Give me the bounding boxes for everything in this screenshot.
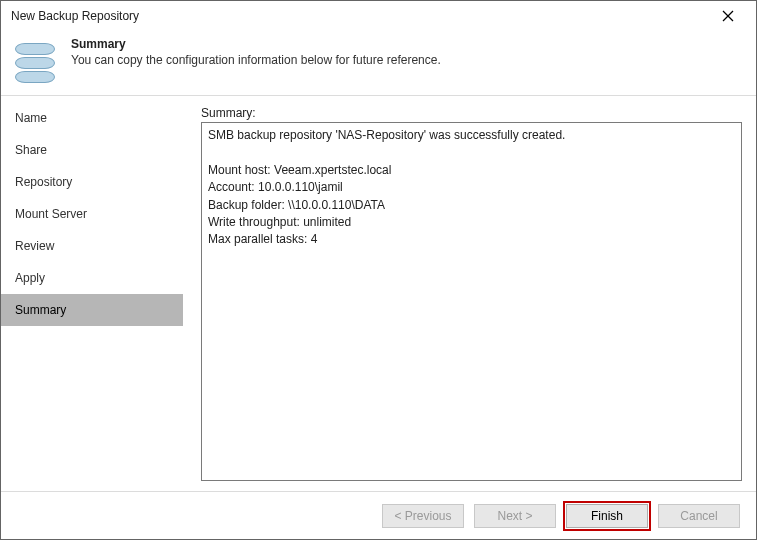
next-button: Next > bbox=[474, 504, 556, 528]
nav-item-mount-server[interactable]: Mount Server bbox=[1, 198, 183, 230]
nav-item-repository[interactable]: Repository bbox=[1, 166, 183, 198]
header-text: Summary You can copy the configuration i… bbox=[71, 37, 441, 67]
nav-item-review[interactable]: Review bbox=[1, 230, 183, 262]
wizard-content: Summary: SMB backup repository 'NAS-Repo… bbox=[183, 96, 756, 491]
titlebar: New Backup Repository bbox=[1, 1, 756, 31]
nav-item-name[interactable]: Name bbox=[1, 102, 183, 134]
wizard-nav: Name Share Repository Mount Server Revie… bbox=[1, 96, 183, 491]
wizard-body: Name Share Repository Mount Server Revie… bbox=[1, 96, 756, 491]
repository-icon bbox=[15, 37, 57, 85]
previous-button: < Previous bbox=[382, 504, 464, 528]
nav-item-apply[interactable]: Apply bbox=[1, 262, 183, 294]
summary-textbox[interactable]: SMB backup repository 'NAS-Repository' w… bbox=[201, 122, 742, 481]
wizard-header: Summary You can copy the configuration i… bbox=[1, 31, 756, 95]
cancel-button: Cancel bbox=[658, 504, 740, 528]
window-title: New Backup Repository bbox=[11, 9, 139, 23]
finish-button[interactable]: Finish bbox=[566, 504, 648, 528]
nav-item-summary[interactable]: Summary bbox=[1, 294, 183, 326]
close-icon bbox=[722, 10, 734, 22]
close-button[interactable] bbox=[708, 2, 748, 30]
header-subtitle: You can copy the configuration informati… bbox=[71, 53, 441, 67]
summary-label: Summary: bbox=[201, 106, 742, 120]
wizard-footer: < Previous Next > Finish Cancel bbox=[1, 491, 756, 539]
header-title: Summary bbox=[71, 37, 441, 51]
nav-item-share[interactable]: Share bbox=[1, 134, 183, 166]
dialog-window: New Backup Repository Summary You can co… bbox=[0, 0, 757, 540]
